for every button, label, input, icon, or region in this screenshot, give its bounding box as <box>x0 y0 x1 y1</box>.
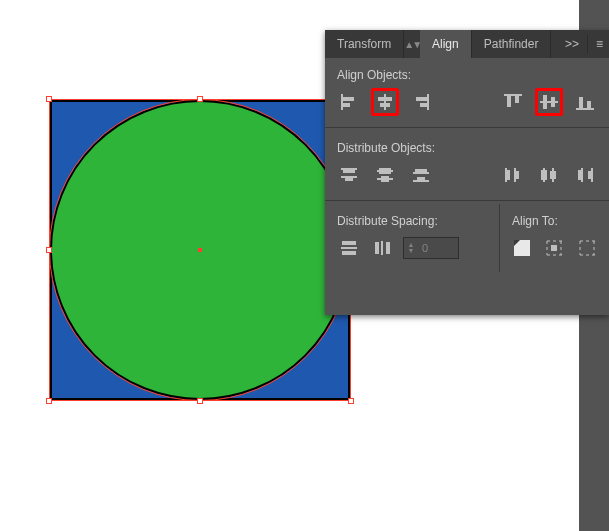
svg-rect-9 <box>504 94 522 96</box>
selection-handle[interactable] <box>46 96 52 102</box>
vertical-align-center-button[interactable] <box>535 88 563 116</box>
svg-rect-31 <box>507 170 510 180</box>
tab-pathfinder[interactable]: Pathfinder <box>472 30 552 58</box>
svg-rect-3 <box>384 94 386 110</box>
selection-handle[interactable] <box>46 398 52 404</box>
svg-rect-12 <box>540 101 558 103</box>
svg-rect-25 <box>381 176 389 182</box>
tab-transform[interactable]: Transform <box>325 30 404 58</box>
selected-shapes-group[interactable] <box>50 100 350 400</box>
svg-rect-35 <box>541 170 547 180</box>
selection-handle[interactable] <box>197 96 203 102</box>
svg-rect-44 <box>342 251 356 255</box>
svg-rect-26 <box>413 172 429 174</box>
svg-rect-38 <box>581 168 583 182</box>
horizontal-align-left-button[interactable] <box>335 88 363 116</box>
svg-rect-41 <box>588 171 591 179</box>
svg-rect-17 <box>587 101 591 108</box>
spacing-value-input[interactable]: ▲▼ 0 <box>403 237 459 259</box>
align-to-selection-button[interactable] <box>510 234 534 262</box>
svg-rect-30 <box>505 168 507 182</box>
svg-rect-15 <box>576 108 594 110</box>
selection-handle[interactable] <box>348 398 354 404</box>
svg-rect-43 <box>341 247 357 249</box>
vertical-align-top-button[interactable] <box>499 88 527 116</box>
divider <box>587 35 588 53</box>
horizontal-distribute-left-button[interactable] <box>499 161 527 189</box>
svg-rect-40 <box>591 168 593 182</box>
svg-rect-39 <box>578 170 581 180</box>
svg-rect-18 <box>341 168 357 170</box>
svg-rect-23 <box>379 168 391 174</box>
distribute-objects-label: Distribute Objects: <box>325 131 609 161</box>
svg-rect-10 <box>507 96 511 107</box>
panel-expand-button[interactable]: >> <box>565 37 579 51</box>
vertical-distribute-center-button[interactable] <box>371 161 399 189</box>
horizontal-align-right-button[interactable] <box>407 88 435 116</box>
spacing-value[interactable]: 0 <box>418 242 458 254</box>
horizontal-distribute-center-button[interactable] <box>535 161 563 189</box>
distribute-spacing-label: Distribute Spacing: <box>325 204 499 234</box>
svg-rect-46 <box>381 241 383 255</box>
vertical-distribute-bottom-button[interactable] <box>407 161 435 189</box>
align-panel: Transform ▲▼ Align Pathfinder >> ≡ Align… <box>325 30 609 315</box>
selection-center-point <box>198 248 202 252</box>
svg-rect-29 <box>417 177 425 180</box>
svg-rect-7 <box>416 97 427 101</box>
chevron-down-icon[interactable]: ▼ <box>408 248 415 254</box>
svg-rect-32 <box>514 168 516 182</box>
svg-rect-16 <box>579 97 583 108</box>
horizontal-distribute-space-button[interactable] <box>369 234 397 262</box>
align-objects-label: Align Objects: <box>325 58 609 88</box>
svg-rect-33 <box>516 171 519 179</box>
svg-rect-45 <box>375 242 379 254</box>
svg-rect-11 <box>515 96 519 103</box>
vertical-align-bottom-button[interactable] <box>571 88 599 116</box>
svg-rect-19 <box>343 170 355 173</box>
selection-handle[interactable] <box>46 247 52 253</box>
svg-rect-27 <box>415 169 427 172</box>
panel-menu-icon[interactable]: ≡ <box>596 37 603 51</box>
vertical-distribute-top-button[interactable] <box>335 161 363 189</box>
align-to-key-object-button[interactable] <box>542 234 566 262</box>
svg-rect-4 <box>378 97 392 101</box>
align-to-label: Align To: <box>500 204 609 234</box>
svg-rect-6 <box>427 94 429 110</box>
svg-rect-61 <box>551 245 557 251</box>
svg-rect-20 <box>341 176 357 178</box>
svg-rect-21 <box>345 178 353 181</box>
svg-rect-14 <box>551 97 555 107</box>
svg-rect-42 <box>342 241 356 245</box>
svg-rect-8 <box>420 103 427 107</box>
svg-rect-13 <box>543 95 547 109</box>
tab-align[interactable]: Align <box>420 30 472 58</box>
svg-rect-28 <box>413 180 429 182</box>
svg-rect-1 <box>343 97 354 101</box>
horizontal-align-center-button[interactable] <box>371 88 399 116</box>
vertical-distribute-space-button[interactable] <box>335 234 363 262</box>
align-to-artboard-button[interactable] <box>575 234 599 262</box>
svg-rect-2 <box>343 103 350 107</box>
svg-rect-5 <box>380 103 390 107</box>
svg-rect-0 <box>341 94 343 110</box>
horizontal-distribute-right-button[interactable] <box>571 161 599 189</box>
selection-handle[interactable] <box>197 398 203 404</box>
svg-rect-47 <box>386 242 390 254</box>
panel-tabs: Transform ▲▼ Align Pathfinder >> ≡ <box>325 30 609 58</box>
svg-rect-37 <box>550 171 556 179</box>
